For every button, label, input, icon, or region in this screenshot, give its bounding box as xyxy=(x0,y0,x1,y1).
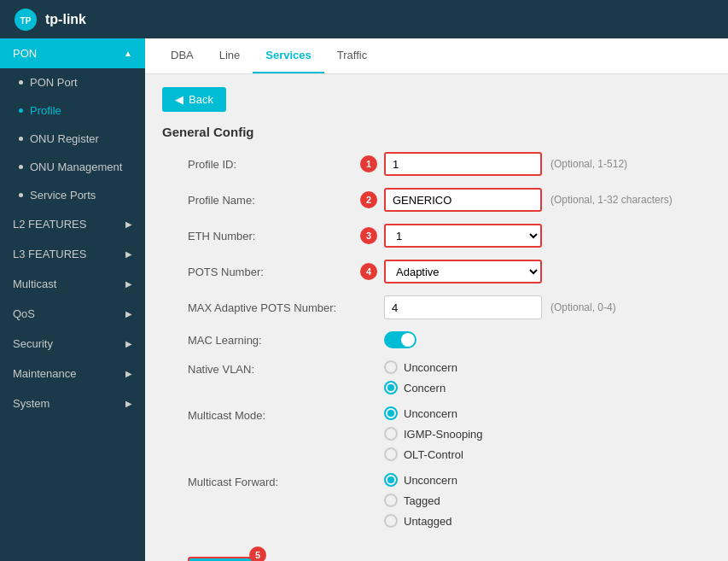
eth-number-select[interactable]: 1 2 3 4 xyxy=(384,224,542,248)
main-content: DBA Line Services Traffic ◀ Back General… xyxy=(145,38,728,561)
multicast-forward-unconcern[interactable]: Unconcern xyxy=(384,473,457,487)
security-chevron-icon: ▶ xyxy=(125,339,132,348)
sidebar-pon-port-label: PON Port xyxy=(30,76,78,89)
tp-link-logo-icon: TP xyxy=(13,7,38,32)
native-vlan-label: Native VLAN: xyxy=(188,360,384,376)
multicast-forward-tagged-label: Tagged xyxy=(404,494,440,507)
sidebar-item-security[interactable]: Security ▶ xyxy=(0,329,145,359)
step-5-badge: 5 xyxy=(249,546,266,561)
sidebar-item-qos[interactable]: QoS ▶ xyxy=(0,299,145,329)
multicast-forward-tagged[interactable]: Tagged xyxy=(384,494,457,507)
security-label: Security xyxy=(13,337,53,350)
qos-chevron-icon: ▶ xyxy=(125,309,132,318)
qos-label: QoS xyxy=(13,307,35,320)
profile-name-input[interactable] xyxy=(384,188,542,212)
multicast-forward-unconcern-dot xyxy=(387,476,394,483)
multicast-mode-olt-label: OLT-Control xyxy=(404,448,463,461)
apply-wrap: 5 Apply xyxy=(188,557,256,561)
max-adaptive-control: (Optional, 0-4) xyxy=(384,295,616,319)
sidebar-onu-management-label: ONU Management xyxy=(30,161,122,173)
tab-traffic[interactable]: Traffic xyxy=(324,38,380,73)
mac-learning-control xyxy=(384,331,416,348)
apply-button[interactable]: Apply xyxy=(188,557,256,561)
sidebar-item-onu-management[interactable]: ONU Management xyxy=(0,153,145,181)
header: TP tp-link xyxy=(0,0,728,38)
maintenance-label: Maintenance xyxy=(13,367,76,380)
multicast-mode-unconcern-radio[interactable] xyxy=(384,406,398,420)
step-2-badge: 2 xyxy=(360,191,377,208)
tab-line[interactable]: Line xyxy=(207,38,253,73)
sidebar: PON ▲ PON Port Profile ONU Register ONU … xyxy=(0,38,145,561)
pots-number-select[interactable]: Adaptive 0 1 2 xyxy=(384,260,542,283)
multicast-mode-row: Multicast Mode: Unconcern IGMP-Snooping xyxy=(188,406,711,461)
mac-learning-toggle-knob xyxy=(401,333,415,347)
maintenance-chevron-icon: ▶ xyxy=(125,369,132,378)
multicast-mode-unconcern[interactable]: Unconcern xyxy=(384,406,483,420)
profile-name-row: Profile Name: 2 (Optional, 1-32 characte… xyxy=(188,188,711,212)
multicast-forward-unconcern-radio[interactable] xyxy=(384,473,398,487)
tab-dba[interactable]: DBA xyxy=(158,38,207,73)
mac-learning-toggle-track[interactable] xyxy=(384,331,416,348)
profile-id-control: 1 (Optional, 1-512) xyxy=(384,152,627,176)
svg-text:TP: TP xyxy=(20,16,32,26)
sidebar-item-pon[interactable]: PON ▲ xyxy=(0,38,145,68)
general-config-form: Profile ID: 1 (Optional, 1-512) Profile … xyxy=(162,152,711,561)
profile-id-label: Profile ID: xyxy=(188,158,384,171)
multicast-forward-untagged[interactable]: Untagged xyxy=(384,514,457,528)
tab-services[interactable]: Services xyxy=(253,38,324,73)
pots-number-row: POTS Number: 4 Adaptive 0 1 2 xyxy=(188,260,711,283)
onu-management-dot-icon xyxy=(19,165,23,169)
eth-number-control: 3 1 2 3 4 xyxy=(384,224,542,248)
multicast-forward-untagged-radio[interactable] xyxy=(384,514,398,528)
sidebar-item-service-ports[interactable]: Service Ports xyxy=(0,181,145,209)
logo-text: tp-link xyxy=(45,12,86,27)
multicast-mode-igmp-label: IGMP-Snooping xyxy=(404,428,483,441)
sidebar-profile-label: Profile xyxy=(30,104,61,117)
mac-learning-toggle[interactable] xyxy=(384,331,416,348)
pon-port-dot-icon xyxy=(19,80,23,85)
max-adaptive-hint: (Optional, 0-4) xyxy=(550,301,616,313)
profile-id-row: Profile ID: 1 (Optional, 1-512) xyxy=(188,152,711,176)
multicast-mode-igmp-radio[interactable] xyxy=(384,427,398,441)
native-vlan-row: Native VLAN: Unconcern Concern xyxy=(188,360,711,394)
max-adaptive-input[interactable] xyxy=(384,295,542,319)
sidebar-item-onu-register[interactable]: ONU Register xyxy=(0,125,145,153)
native-vlan-concern-label: Concern xyxy=(404,382,446,394)
max-adaptive-label: MAX Adaptive POTS Number: xyxy=(188,301,384,314)
native-vlan-concern[interactable]: Concern xyxy=(384,381,457,394)
multicast-mode-olt[interactable]: OLT-Control xyxy=(384,447,483,461)
sidebar-item-profile[interactable]: Profile xyxy=(0,96,145,125)
profile-id-input[interactable] xyxy=(384,152,542,176)
native-vlan-radio-group: Unconcern Concern xyxy=(384,360,457,394)
multicast-forward-label: Multicast Forward: xyxy=(188,473,384,488)
profile-name-control: 2 (Optional, 1-32 characters) xyxy=(384,188,673,212)
sidebar-service-ports-label: Service Ports xyxy=(30,189,96,202)
multicast-mode-olt-radio[interactable] xyxy=(384,447,398,461)
l2-features-label: L2 FEATURES xyxy=(13,218,86,231)
mac-learning-row: MAC Learning: xyxy=(188,331,711,348)
sidebar-item-l3-features[interactable]: L3 FEATURES ▶ xyxy=(0,239,145,269)
profile-id-hint: (Optional, 1-512) xyxy=(550,158,627,170)
back-button[interactable]: ◀ Back xyxy=(162,87,226,112)
native-vlan-unconcern-label: Unconcern xyxy=(404,361,457,374)
profile-name-hint: (Optional, 1-32 characters) xyxy=(550,194,673,206)
l3-features-chevron-icon: ▶ xyxy=(125,249,132,259)
multicast-forward-tagged-radio[interactable] xyxy=(384,494,398,507)
sidebar-item-l2-features[interactable]: L2 FEATURES ▶ xyxy=(0,209,145,239)
layout: PON ▲ PON Port Profile ONU Register ONU … xyxy=(0,38,728,561)
native-vlan-concern-radio[interactable] xyxy=(384,381,398,394)
native-vlan-unconcern-radio[interactable] xyxy=(384,360,398,374)
system-chevron-icon: ▶ xyxy=(125,399,132,408)
content-area: ◀ Back General Config Profile ID: 1 (Opt… xyxy=(145,74,728,561)
multicast-mode-igmp[interactable]: IGMP-Snooping xyxy=(384,427,483,441)
sidebar-item-maintenance[interactable]: Maintenance ▶ xyxy=(0,359,145,389)
sidebar-item-system[interactable]: System ▶ xyxy=(0,389,145,418)
sidebar-item-multicast[interactable]: Multicast ▶ xyxy=(0,269,145,299)
step-4-badge: 4 xyxy=(360,263,377,280)
service-ports-dot-icon xyxy=(19,193,23,197)
multicast-mode-unconcern-dot xyxy=(387,410,394,417)
logo: TP tp-link xyxy=(13,7,86,32)
multicast-forward-unconcern-label: Unconcern xyxy=(404,474,457,487)
native-vlan-unconcern[interactable]: Unconcern xyxy=(384,360,457,374)
sidebar-item-pon-port[interactable]: PON Port xyxy=(0,68,145,96)
